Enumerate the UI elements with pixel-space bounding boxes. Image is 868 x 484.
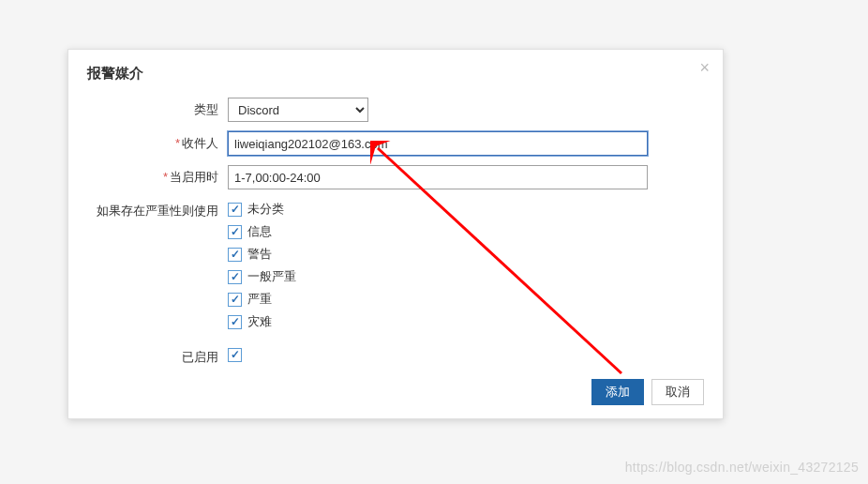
recipient-label: *收件人 bbox=[87, 131, 228, 152]
severity-item[interactable]: 信息 bbox=[228, 223, 704, 240]
row-enabled: 已启用 bbox=[87, 345, 704, 366]
when-active-input[interactable] bbox=[228, 165, 648, 189]
severity-item-label: 信息 bbox=[247, 223, 272, 240]
checkbox-icon[interactable] bbox=[228, 225, 242, 239]
severity-item-label: 警告 bbox=[247, 246, 272, 263]
enabled-checkbox[interactable] bbox=[228, 348, 242, 362]
type-label: 类型 bbox=[87, 98, 228, 118]
severity-item[interactable]: 灾难 bbox=[228, 313, 704, 330]
severity-item-label: 一般严重 bbox=[247, 268, 296, 285]
checkbox-icon[interactable] bbox=[228, 203, 242, 217]
severity-label: 如果存在严重性则使用 bbox=[87, 199, 228, 219]
severity-item-label: 严重 bbox=[247, 291, 272, 308]
enabled-label: 已启用 bbox=[87, 345, 228, 366]
severity-list: 未分类 信息 警告 一般严重 严重 灾难 bbox=[228, 199, 704, 336]
row-recipient: *收件人 bbox=[87, 131, 704, 156]
modal-title: 报警媒介 bbox=[87, 65, 704, 83]
checkbox-icon[interactable] bbox=[228, 293, 242, 307]
severity-item[interactable]: 未分类 bbox=[228, 201, 704, 218]
when-active-label: *当启用时 bbox=[87, 165, 228, 186]
watermark: https://blog.csdn.net/weixin_43272125 bbox=[625, 460, 859, 475]
severity-item-label: 未分类 bbox=[247, 201, 284, 218]
modal-footer: 添加 取消 bbox=[87, 379, 704, 405]
cancel-button[interactable]: 取消 bbox=[651, 379, 704, 405]
checkbox-icon[interactable] bbox=[228, 315, 242, 329]
checkbox-icon[interactable] bbox=[228, 248, 242, 262]
severity-item[interactable]: 一般严重 bbox=[228, 268, 704, 285]
severity-item[interactable]: 警告 bbox=[228, 246, 704, 263]
checkbox-icon[interactable] bbox=[228, 270, 242, 284]
row-type: 类型 Discord bbox=[87, 98, 704, 122]
severity-item-label: 灾难 bbox=[247, 313, 272, 330]
severity-item[interactable]: 严重 bbox=[228, 291, 704, 308]
alert-media-modal: × 报警媒介 类型 Discord *收件人 *当启用时 如果存在严重性则使用 … bbox=[67, 49, 724, 419]
row-severity: 如果存在严重性则使用 未分类 信息 警告 一般严重 严重 灾难 bbox=[87, 199, 704, 336]
type-select[interactable]: Discord bbox=[228, 98, 368, 122]
row-when-active: *当启用时 bbox=[87, 165, 704, 189]
recipient-input[interactable] bbox=[228, 131, 648, 156]
close-icon[interactable]: × bbox=[699, 59, 710, 76]
add-button[interactable]: 添加 bbox=[591, 379, 644, 405]
